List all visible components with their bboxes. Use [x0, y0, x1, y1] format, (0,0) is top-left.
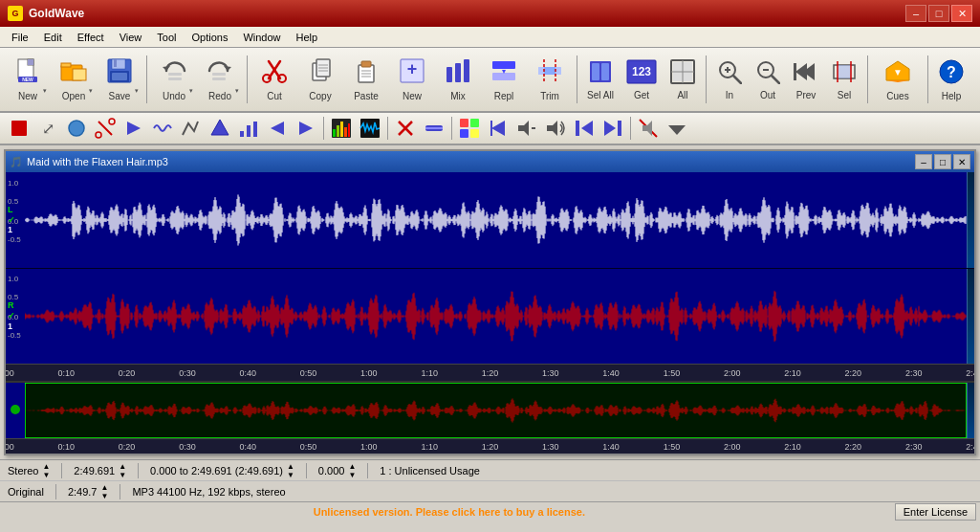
- timeline-marker: 0:40: [239, 368, 256, 378]
- mix-button[interactable]: Mix: [436, 52, 480, 107]
- mute-button[interactable]: [635, 115, 662, 142]
- format-value: MP3 44100 Hz, 192 kbps, stereo: [132, 486, 285, 498]
- repl-label: Repl: [494, 91, 514, 101]
- save-button[interactable]: Save ▾: [98, 52, 142, 107]
- right-scrollbar[interactable]: [967, 269, 974, 365]
- maximize-button[interactable]: □: [928, 5, 949, 22]
- new-button[interactable]: NEW New ▾: [6, 52, 50, 107]
- timeline-marker: 0:20: [119, 442, 136, 452]
- svg-rect-92: [348, 123, 350, 137]
- title-bar: G GoldWave – □ ✕: [0, 0, 980, 27]
- menu-file[interactable]: File: [4, 30, 36, 45]
- overview-scrollbar[interactable]: [967, 383, 974, 438]
- timeline-marker: 1:10: [421, 442, 438, 452]
- forward-button[interactable]: [120, 115, 147, 142]
- playback-left[interactable]: [485, 115, 512, 142]
- spectrum-button[interactable]: [328, 115, 355, 142]
- left-scrollbar[interactable]: [967, 172, 974, 268]
- prev-label: Prev: [796, 90, 817, 100]
- timeline-marker: 2:30: [905, 368, 923, 378]
- svg-marker-81: [211, 120, 229, 135]
- more-button[interactable]: [664, 115, 690, 142]
- copy-label: Copy: [309, 91, 331, 101]
- svg-text:?: ?: [947, 64, 956, 80]
- menu-tool[interactable]: Tool: [149, 30, 184, 45]
- svg-rect-101: [470, 129, 479, 138]
- help-button[interactable]: ? Help: [933, 52, 969, 107]
- undo-button[interactable]: Undo ▾: [152, 52, 196, 107]
- svg-rect-110: [618, 121, 621, 136]
- selection-value: 0.000 to 2:49.691 (2:49.691): [150, 465, 283, 477]
- menu-effect[interactable]: Effect: [70, 30, 112, 45]
- skip-forward[interactable]: [599, 115, 626, 142]
- menu-view[interactable]: View: [112, 30, 150, 45]
- svg-text:⤢: ⤢: [42, 121, 54, 137]
- new2-button[interactable]: + New: [390, 52, 434, 107]
- license-text[interactable]: Unlicensed version. Please click here to…: [314, 506, 585, 518]
- trim2-button[interactable]: [92, 115, 119, 142]
- sel-button[interactable]: Sel: [826, 52, 862, 107]
- paste-button[interactable]: Paste: [344, 52, 388, 107]
- pitch-button[interactable]: [207, 115, 233, 142]
- cursor-button[interactable]: [421, 115, 447, 142]
- prev-button[interactable]: Prev: [788, 52, 824, 107]
- set-button[interactable]: 123 Get: [621, 52, 663, 107]
- cut-button[interactable]: Cut: [252, 52, 296, 107]
- svg-rect-10: [114, 59, 117, 67]
- main-area: 🎵 Maid with the Flaxen Hair.mp3 – □ ✕ L✓…: [0, 145, 980, 459]
- redo-button[interactable]: Redo ▾: [198, 52, 242, 107]
- select-button[interactable]: [63, 115, 90, 142]
- mark-button[interactable]: [392, 115, 419, 142]
- svg-rect-66: [838, 65, 851, 78]
- envelope-button[interactable]: [178, 115, 205, 142]
- minimize-button[interactable]: –: [905, 5, 926, 22]
- volume-down[interactable]: [513, 115, 540, 142]
- open-button[interactable]: Open ▾: [52, 52, 96, 107]
- svg-marker-85: [271, 122, 284, 135]
- zoomin-button[interactable]: In: [711, 52, 748, 107]
- menu-bar: File Edit Effect View Tool Options Windo…: [0, 27, 980, 48]
- copy-button[interactable]: Copy: [298, 52, 342, 107]
- set-label: Get: [634, 90, 649, 100]
- close-button[interactable]: ✕: [951, 5, 972, 22]
- skip-back[interactable]: [571, 115, 598, 142]
- enter-license-button[interactable]: Enter License: [895, 503, 976, 521]
- duration-value: 2:49.691: [74, 465, 115, 477]
- cues-button[interactable]: ▼ Cues: [873, 52, 923, 107]
- timeline-marker: 0:30: [179, 442, 196, 452]
- channel-arrow[interactable]: ▲▼: [42, 462, 50, 479]
- position-arrow[interactable]: ▲▼: [348, 462, 356, 479]
- menu-window[interactable]: Window: [235, 30, 288, 45]
- zoomout-button[interactable]: Out: [750, 52, 786, 107]
- stop-button[interactable]: [6, 115, 33, 142]
- menu-options[interactable]: Options: [184, 30, 235, 45]
- eq-button[interactable]: [235, 115, 262, 142]
- duration-arrow[interactable]: ▲▼: [119, 462, 126, 479]
- all-button[interactable]: All: [664, 52, 701, 107]
- repl-button[interactable]: Repl: [482, 52, 526, 107]
- timeline-marker: 1:40: [602, 442, 620, 452]
- timeline-marker: 0:10: [58, 368, 76, 378]
- left-button[interactable]: [264, 115, 291, 142]
- waveform-button[interactable]: [357, 115, 383, 142]
- wave-button[interactable]: [149, 115, 176, 142]
- trim-button[interactable]: Trim: [528, 52, 572, 107]
- sel-label: Sel: [838, 90, 851, 100]
- timeline-marker: 2:10: [784, 442, 801, 452]
- svg-rect-37: [464, 59, 469, 82]
- svg-rect-39: [492, 73, 515, 80]
- mix-label: Mix: [450, 91, 466, 101]
- audio-close[interactable]: ✕: [953, 154, 970, 169]
- duration2-arrow[interactable]: ▲▼: [101, 483, 109, 500]
- menu-edit[interactable]: Edit: [36, 30, 70, 45]
- move-button[interactable]: ⤢: [34, 115, 61, 142]
- selall-button[interactable]: Sel All: [582, 52, 619, 107]
- right2-button[interactable]: [293, 115, 319, 142]
- colorize-button[interactable]: [456, 115, 483, 142]
- selection-arrow[interactable]: ▲▼: [287, 462, 294, 479]
- menu-help[interactable]: Help: [289, 30, 326, 45]
- svg-rect-35: [446, 67, 452, 82]
- audio-maximize[interactable]: □: [934, 154, 951, 169]
- volume-up[interactable]: [542, 115, 569, 142]
- audio-minimize[interactable]: –: [915, 154, 932, 169]
